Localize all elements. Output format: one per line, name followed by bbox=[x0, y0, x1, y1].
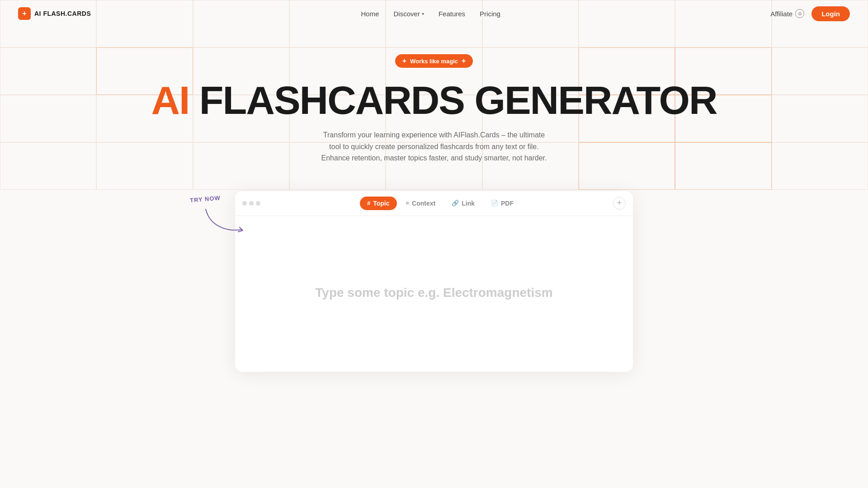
magic-badge: + Works like magic + bbox=[395, 54, 473, 68]
tab-context[interactable]: ≡ Context bbox=[399, 197, 443, 210]
logo-icon: + bbox=[18, 7, 31, 20]
logo-link[interactable]: + AI FLASH.CARDS bbox=[18, 7, 91, 20]
affiliate-icon: ⚙ bbox=[795, 9, 804, 18]
badge-text: Works like magic bbox=[410, 58, 458, 65]
demo-body[interactable]: Type some topic e.g. Electromagnetism bbox=[235, 216, 633, 370]
badge-plus-left: + bbox=[402, 57, 406, 65]
badge-plus-right: + bbox=[462, 57, 466, 65]
login-button[interactable]: Login bbox=[811, 6, 850, 21]
nav-affiliate[interactable]: Affiliate ⚙ bbox=[770, 9, 804, 18]
demo-tabs: # Topic ≡ Context 🔗 Link 📄 PDF bbox=[268, 197, 613, 210]
demo-titlebar: # Topic ≡ Context 🔗 Link 📄 PDF + bbox=[235, 191, 633, 216]
demo-wrapper: TRY NOW # Topic ≡ Context bbox=[226, 191, 642, 372]
hero-title-ai: AI bbox=[151, 78, 189, 122]
try-now-label: TRY NOW bbox=[189, 194, 221, 204]
context-icon: ≡ bbox=[406, 200, 410, 206]
nav-right: Affiliate ⚙ Login bbox=[770, 6, 850, 21]
try-now-arrow-icon bbox=[201, 205, 246, 236]
nav-links: Home Discover ▾ Features Pricing bbox=[361, 10, 500, 18]
titlebar-dot-yellow bbox=[249, 201, 254, 206]
tab-pdf[interactable]: 📄 PDF bbox=[484, 197, 521, 210]
demo-placeholder: Type some topic e.g. Electromagnetism bbox=[315, 286, 552, 300]
link-icon: 🔗 bbox=[452, 200, 459, 206]
hero-section: + Works like magic + AI FLASHCARDS GENER… bbox=[0, 27, 868, 191]
nav-home[interactable]: Home bbox=[361, 10, 379, 18]
tab-topic[interactable]: # Topic bbox=[360, 197, 397, 210]
add-tab-button[interactable]: + bbox=[613, 197, 626, 210]
hero-title: AI FLASHCARDS GENERATOR bbox=[0, 80, 868, 120]
hash-icon: # bbox=[367, 200, 370, 206]
navbar: + AI FLASH.CARDS Home Discover ▾ Feature… bbox=[0, 0, 868, 27]
logo-text: AI FLASH.CARDS bbox=[34, 10, 91, 17]
nav-pricing[interactable]: Pricing bbox=[480, 10, 500, 18]
nav-discover[interactable]: Discover ▾ bbox=[394, 10, 424, 18]
hero-title-rest: FLASHCARDS GENERATOR bbox=[189, 78, 717, 122]
pdf-icon: 📄 bbox=[491, 200, 498, 206]
titlebar-dot-green bbox=[256, 201, 260, 206]
demo-panel: # Topic ≡ Context 🔗 Link 📄 PDF + bbox=[235, 191, 633, 372]
chevron-down-icon: ▾ bbox=[422, 11, 424, 16]
nav-features[interactable]: Features bbox=[439, 10, 465, 18]
tab-link[interactable]: 🔗 Link bbox=[444, 197, 482, 210]
hero-subtitle: Transform your learning experience with … bbox=[321, 129, 547, 164]
